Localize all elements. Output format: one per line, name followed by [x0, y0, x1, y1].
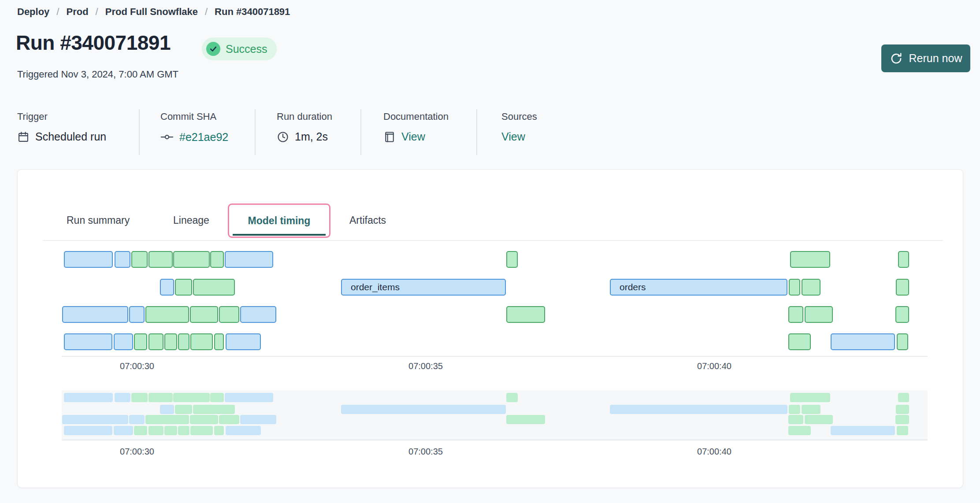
model-name-label: orders: [611, 280, 787, 294]
gantt-bar[interactable]: [219, 306, 239, 323]
gantt-bar: [173, 393, 210, 402]
axis-tick-label: 07:00:40: [697, 361, 731, 371]
gantt-bar: [225, 393, 273, 402]
gantt-bar: [506, 415, 545, 424]
gantt-bar[interactable]: [131, 251, 148, 268]
axis-tick-label: 07:00:30: [120, 447, 154, 457]
gantt-bar[interactable]: [788, 306, 803, 323]
breadcrumb-separator: /: [96, 6, 98, 18]
gantt-bar[interactable]: [164, 333, 177, 350]
time-axis-line: [62, 356, 928, 357]
meta-label-commit-sha: Commit SHA: [160, 111, 216, 122]
gantt-bar[interactable]: [790, 251, 830, 268]
triggered-timestamp: Triggered Nov 3, 2024, 7:00 AM GMT: [17, 69, 178, 80]
gantt-bar[interactable]: [148, 333, 163, 350]
meta-label-documentation: Documentation: [383, 111, 449, 122]
breadcrumb-deploy[interactable]: Deploy: [17, 6, 49, 18]
gantt-bar[interactable]: [831, 333, 895, 350]
gantt-bar-order_items: [341, 405, 506, 414]
rerun-now-button[interactable]: Rerun now: [881, 44, 970, 72]
run-detail-page: Deploy / Prod / Prod Full Snowflake / Ru…: [0, 0, 980, 503]
gantt-bar[interactable]: [115, 251, 130, 268]
gantt-bar[interactable]: [62, 306, 128, 323]
gantt-bar: [164, 426, 177, 435]
meta-value-text: Scheduled run: [35, 130, 106, 143]
gantt-bar: [62, 415, 128, 424]
documentation-view-link[interactable]: View: [401, 130, 425, 143]
sources-view-link[interactable]: View: [501, 130, 525, 143]
gantt-bar[interactable]: [210, 251, 224, 268]
gantt-bar[interactable]: [896, 279, 909, 296]
gantt-bar[interactable]: [214, 333, 224, 350]
gantt-bar[interactable]: [897, 333, 908, 350]
breadcrumb-job[interactable]: Prod Full Snowflake: [105, 6, 198, 18]
gantt-bar[interactable]: [506, 251, 518, 268]
meta-divider: [139, 109, 140, 155]
breadcrumb-separator: /: [205, 6, 208, 18]
gantt-bar: [788, 415, 803, 424]
axis-tick-label: 07:00:40: [697, 447, 731, 457]
gantt-bar[interactable]: [240, 306, 276, 323]
gantt-bar[interactable]: [134, 333, 147, 350]
gantt-bar: [805, 415, 833, 424]
gantt-bar: [219, 415, 239, 424]
gantt-bar[interactable]: [895, 306, 909, 323]
gantt-bar[interactable]: [160, 279, 174, 296]
rerun-now-label: Rerun now: [909, 52, 962, 65]
status-label: Success: [226, 43, 267, 55]
gantt-bar[interactable]: [789, 279, 800, 296]
meta-value-sources: View: [501, 130, 525, 143]
meta-value-documentation: View: [383, 130, 425, 143]
gantt-bar[interactable]: [64, 251, 113, 268]
tab-model-timing[interactable]: Model timing: [229, 205, 329, 237]
gantt-bar: [145, 415, 189, 424]
gantt-bar: [134, 426, 147, 435]
meta-value-text: 1m, 2s: [295, 130, 328, 143]
gantt-bar[interactable]: [190, 306, 218, 323]
breadcrumb-prod[interactable]: Prod: [66, 6, 88, 18]
gantt-bar[interactable]: [145, 306, 189, 323]
gantt-bar[interactable]: [193, 279, 235, 296]
gantt-bar[interactable]: [506, 306, 545, 323]
gantt-bar: [131, 393, 148, 402]
gantt-bar[interactable]: [148, 251, 173, 268]
gantt-bar: [114, 426, 133, 435]
gantt-bar[interactable]: [802, 279, 820, 296]
active-tab-highlight-box: Model timing: [228, 203, 330, 238]
meta-value-run-duration: 1m, 2s: [277, 130, 328, 143]
axis-tick-label: 07:00:30: [120, 361, 154, 371]
gantt-bar[interactable]: [898, 251, 909, 268]
gantt-bar: [896, 405, 909, 414]
axis-tick-label: 07:00:35: [408, 447, 443, 457]
gantt-bar[interactable]: [173, 251, 210, 268]
gantt-bar: [160, 405, 174, 414]
gantt-bar[interactable]: [64, 333, 112, 350]
commit-sha-link[interactable]: #e21ae92: [179, 131, 228, 144]
gantt-bar: [789, 405, 800, 414]
gantt-bar-orders[interactable]: orders: [610, 279, 787, 296]
gantt-bar[interactable]: [114, 333, 133, 350]
gantt-bar[interactable]: [175, 279, 192, 296]
breadcrumb-separator: /: [56, 6, 59, 18]
active-tab-underline: [233, 234, 326, 236]
tab-artifacts[interactable]: Artifacts: [349, 215, 386, 226]
tab-run-summary[interactable]: Run summary: [67, 215, 130, 226]
gantt-bar: [897, 426, 908, 435]
refresh-icon: [890, 52, 903, 65]
gantt-bar[interactable]: [190, 333, 213, 350]
gantt-bar[interactable]: [225, 251, 273, 268]
gantt-bar: [129, 415, 145, 424]
gantt-bar[interactable]: [805, 306, 833, 323]
gantt-bar[interactable]: [178, 333, 189, 350]
page-title: Run #340071891: [16, 31, 171, 55]
gantt-bar: [64, 426, 112, 435]
gantt-bar-order_items[interactable]: order_items: [341, 279, 506, 296]
meta-divider: [255, 109, 256, 155]
gantt-bar[interactable]: [129, 306, 145, 323]
tab-lineage[interactable]: Lineage: [173, 215, 209, 226]
breadcrumb: Deploy / Prod / Prod Full Snowflake / Ru…: [17, 6, 290, 18]
gantt-bar[interactable]: [788, 333, 811, 350]
gantt-bar: [895, 415, 909, 424]
gantt-bar: [148, 393, 173, 402]
gantt-bar[interactable]: [226, 333, 261, 350]
